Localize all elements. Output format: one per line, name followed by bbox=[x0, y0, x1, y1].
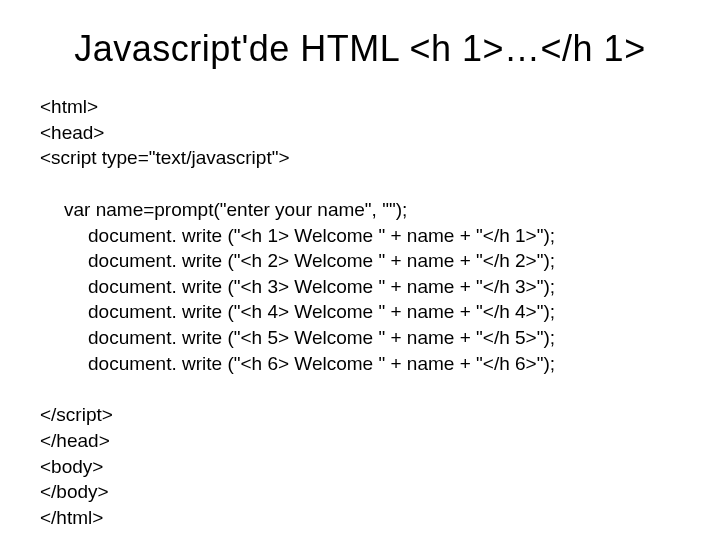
code-line: <head> bbox=[40, 120, 680, 146]
code-line: </head> bbox=[40, 428, 680, 454]
blank-line bbox=[40, 171, 680, 197]
blank-line bbox=[40, 376, 680, 402]
code-line: document. write ("<h 3> Welcome " + name… bbox=[40, 274, 680, 300]
code-line: </html> bbox=[40, 505, 680, 531]
code-line: document. write ("<h 2> Welcome " + name… bbox=[40, 248, 680, 274]
code-line: <body> bbox=[40, 454, 680, 480]
code-line: document. write ("<h 4> Welcome " + name… bbox=[40, 299, 680, 325]
code-line: <script type="text/javascript"> bbox=[40, 145, 680, 171]
code-block: <html> <head> <script type="text/javascr… bbox=[40, 94, 680, 531]
code-line: var name=prompt("enter your name", ""); bbox=[40, 197, 680, 223]
code-line: document. write ("<h 5> Welcome " + name… bbox=[40, 325, 680, 351]
code-line: <html> bbox=[40, 94, 680, 120]
code-line: </body> bbox=[40, 479, 680, 505]
code-line: document. write ("<h 6> Welcome " + name… bbox=[40, 351, 680, 377]
slide-title: Javascript'de HTML <h 1>…</h 1> bbox=[40, 28, 680, 70]
code-line: document. write ("<h 1> Welcome " + name… bbox=[40, 223, 680, 249]
code-line: </script> bbox=[40, 402, 680, 428]
